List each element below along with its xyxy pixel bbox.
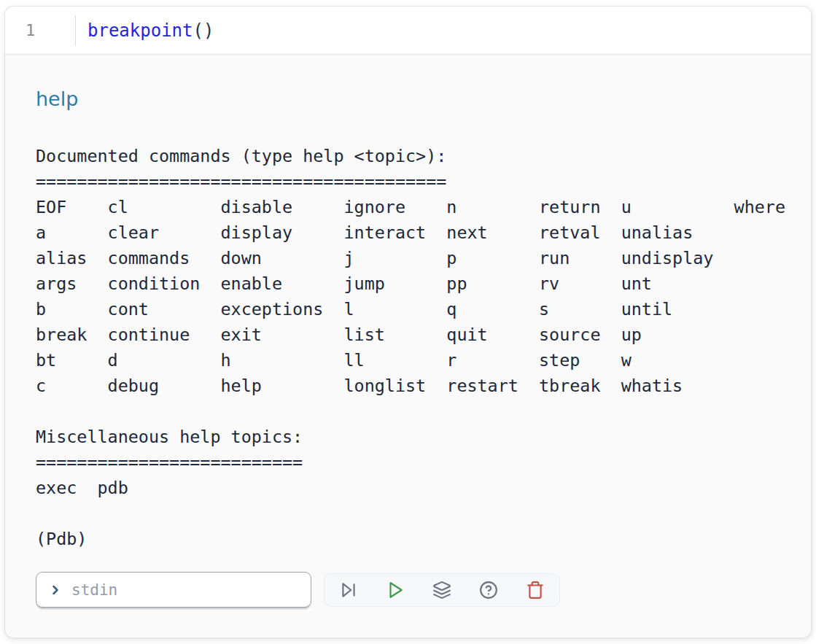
circle-help-icon (479, 581, 498, 600)
layers-icon (432, 581, 451, 600)
code-editor-row[interactable]: 1 breakpoint() (5, 7, 811, 55)
play-icon (386, 581, 405, 600)
run-button[interactable] (372, 574, 419, 606)
pdb-help-command-echo: help (36, 88, 785, 110)
code-parens: () (193, 20, 214, 41)
line-number: 1 (26, 21, 35, 39)
line-number-gutter: 1 (5, 21, 75, 39)
cell-output-area: help Documented commands (type help <top… (5, 88, 811, 608)
gutter-divider (75, 15, 76, 46)
notebook-cell: 1 breakpoint() help Documented commands … (4, 6, 812, 638)
debugger-toolbar (324, 573, 560, 607)
clear-button[interactable] (512, 574, 559, 606)
code-function-name: breakpoint (88, 20, 193, 41)
debugger-controls-row (36, 572, 785, 608)
pdb-console-output: Documented commands (type help <topic>):… (36, 144, 785, 552)
stdin-input-box[interactable] (36, 572, 311, 608)
trash-icon (526, 581, 545, 600)
help-button[interactable] (465, 574, 512, 606)
chevron-right-icon (48, 583, 63, 597)
skip-forward-icon (339, 581, 358, 600)
stdin-input[interactable] (70, 581, 302, 600)
code-line[interactable]: breakpoint() (88, 20, 214, 41)
skip-forward-button[interactable] (325, 574, 372, 606)
stack-button[interactable] (419, 574, 465, 606)
